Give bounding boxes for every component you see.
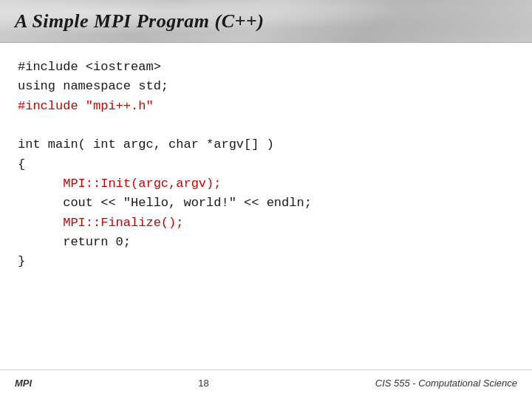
code-line-10: } xyxy=(18,252,514,271)
code-line-7: cout << "Hello, world!" << endln; xyxy=(18,194,514,213)
slide-title: A Simple MPI Program (C++) xyxy=(15,10,264,32)
code-line-8: MPI::Finalize(); xyxy=(18,214,514,233)
code-blank-1 xyxy=(18,116,514,135)
code-line-1: #include <iostream> xyxy=(18,58,514,77)
footer: MPI 18 CIS 555 - Computational Science xyxy=(0,369,532,389)
code-line-9: return 0; xyxy=(18,233,514,252)
title-bar: A Simple MPI Program (C++) xyxy=(0,0,532,43)
code-line-6: MPI::Init(argc,argv); xyxy=(18,174,514,194)
code-block: #include <iostream> using namespace std;… xyxy=(18,58,514,272)
code-line-2: using namespace std; xyxy=(18,77,514,96)
footer-page-number: 18 xyxy=(198,378,208,389)
code-line-4: int main( int argc, char *argv[] ) xyxy=(18,135,514,154)
code-line-5: { xyxy=(18,155,514,174)
code-line-3: #include "mpi++.h" xyxy=(18,97,514,116)
footer-course-label: CIS 555 - Computational Science xyxy=(375,378,517,389)
main-content: #include <iostream> using namespace std;… xyxy=(0,43,532,284)
footer-left-label: MPI xyxy=(15,378,32,389)
